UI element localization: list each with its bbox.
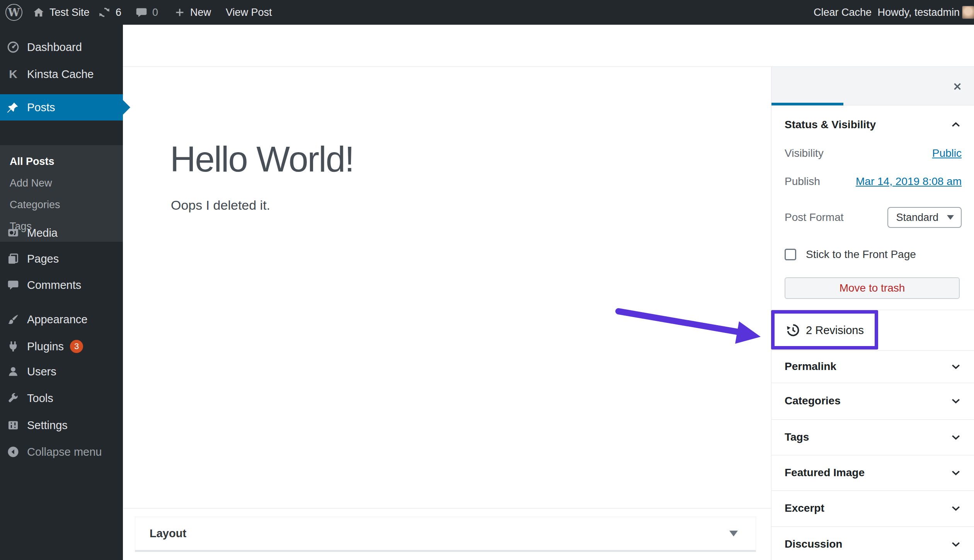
plus-icon — [174, 7, 186, 18]
sidebar-item-tools[interactable]: Tools — [0, 385, 123, 411]
appearance-brush-icon — [6, 313, 20, 326]
dropdown-triangle-icon — [729, 531, 738, 536]
comments-icon — [6, 279, 20, 291]
sidebar-item-settings[interactable]: Settings — [0, 412, 123, 438]
chevron-down-icon — [950, 395, 962, 407]
post-format-label: Post Format — [785, 211, 843, 224]
admin-sidebar: Dashboard K Kinsta Cache Posts All Posts… — [0, 25, 123, 560]
chevron-down-icon — [950, 361, 962, 372]
visibility-label: Visibility — [785, 147, 824, 160]
comment-bubble-icon — [135, 6, 148, 19]
pushpin-icon — [6, 101, 20, 114]
sidebar-item-appearance[interactable]: Appearance — [0, 306, 123, 333]
new-label: New — [190, 7, 211, 19]
publish-label: Publish — [785, 175, 820, 188]
inspector-header — [771, 67, 974, 105]
sidebar-item-plugins[interactable]: Plugins 3 — [0, 333, 123, 360]
sidebar-item-posts[interactable]: Posts — [0, 94, 123, 120]
user-avatar-image — [962, 6, 974, 19]
sidebar-item-media[interactable]: Media — [0, 220, 123, 246]
panel-featured-image[interactable]: Featured Image — [771, 459, 974, 486]
move-to-trash-button[interactable]: Move to trash — [785, 277, 960, 299]
post-format-select[interactable]: Standard — [887, 207, 962, 228]
close-icon — [952, 81, 963, 92]
plugins-update-badge: 3 — [70, 340, 83, 353]
sidebar-item-label: Dashboard — [27, 41, 82, 54]
site-name-menu[interactable]: Test Site — [32, 0, 90, 25]
annotation-arrow — [611, 301, 777, 357]
updates-icon — [98, 6, 111, 19]
post-paragraph[interactable]: Oops I deleted it. — [171, 198, 270, 213]
admin-bar: W Test Site 6 0 New View Post Cle — [0, 0, 974, 25]
layout-panel[interactable]: Layout — [135, 517, 756, 552]
sidebar-item-label: Media — [27, 227, 58, 239]
editor-toolbar — [123, 25, 974, 67]
sidebar-item-label: Kinsta Cache — [27, 68, 94, 81]
new-content-menu[interactable]: New — [174, 0, 211, 25]
wordpress-editor-screen: W Test Site 6 0 New View Post Cle — [0, 0, 974, 560]
home-icon — [32, 6, 45, 19]
visibility-row: Visibility Public — [771, 142, 974, 165]
visibility-value-link[interactable]: Public — [932, 147, 962, 160]
updates-menu[interactable]: 6 — [98, 0, 121, 25]
howdy-label: Howdy, testadmin — [877, 7, 960, 19]
publish-date-link[interactable]: Mar 14, 2019 8:08 am — [856, 175, 962, 188]
submenu-item-all-posts[interactable]: All Posts — [0, 151, 123, 172]
submenu-item-categories[interactable]: Categories — [0, 194, 123, 216]
content-divider — [123, 508, 771, 509]
chevron-down-icon — [950, 538, 962, 550]
updates-count: 6 — [116, 7, 121, 19]
collapse-menu-label: Collapse menu — [27, 446, 102, 458]
pages-icon — [6, 252, 20, 265]
kinsta-icon: K — [6, 68, 20, 81]
current-menu-arrow — [123, 100, 130, 115]
panel-separator — [771, 419, 974, 420]
panel-separator — [771, 350, 974, 351]
sidebar-item-label: Users — [27, 365, 56, 378]
publish-row: Publish Mar 14, 2019 8:08 am — [771, 170, 974, 193]
account-menu[interactable]: Howdy, testadmin — [877, 0, 960, 25]
chevron-down-icon — [950, 431, 962, 443]
wordpress-logo-menu[interactable]: W — [5, 0, 22, 25]
post-format-value: Standard — [896, 212, 938, 224]
plugin-icon — [6, 340, 20, 353]
view-post-menu[interactable]: View Post — [226, 0, 272, 25]
settings-sliders-icon — [6, 419, 20, 432]
panel-excerpt[interactable]: Excerpt — [771, 495, 974, 522]
status-visibility-header[interactable]: Status & Visibility — [771, 111, 974, 138]
clear-cache-menu[interactable]: Clear Cache — [814, 0, 872, 25]
media-icon — [6, 226, 20, 239]
sidebar-item-label: Comments — [27, 279, 81, 292]
sidebar-item-comments[interactable]: Comments — [0, 272, 123, 298]
sidebar-item-pages[interactable]: Pages — [0, 246, 123, 272]
panel-permalink[interactable]: Permalink — [771, 353, 974, 380]
collapse-menu-button[interactable]: Collapse menu — [0, 439, 123, 465]
submenu-item-add-new[interactable]: Add New — [0, 172, 123, 194]
layout-panel-label: Layout — [150, 527, 186, 540]
site-name-label: Test Site — [49, 7, 90, 19]
sidebar-item-label: Posts — [27, 101, 55, 114]
chevron-down-icon — [950, 502, 962, 514]
avatar[interactable] — [962, 0, 974, 25]
panel-categories[interactable]: Categories — [771, 387, 974, 414]
panel-separator — [771, 526, 974, 527]
sidebar-item-dashboard[interactable]: Dashboard — [0, 34, 123, 60]
sticky-label: Stick to the Front Page — [806, 248, 916, 261]
sidebar-item-label: Tools — [27, 392, 53, 405]
annotation-highlight-box — [771, 310, 878, 350]
panel-title: Status & Visibility — [785, 119, 876, 131]
sticky-checkbox[interactable] — [785, 249, 796, 260]
panel-tags[interactable]: Tags — [771, 424, 974, 451]
wordpress-logo-icon: W — [5, 4, 22, 21]
close-sidebar-button[interactable] — [952, 81, 963, 94]
view-post-label: View Post — [226, 7, 272, 19]
comments-menu[interactable]: 0 — [135, 0, 158, 25]
sidebar-item-kinsta-cache[interactable]: K Kinsta Cache — [0, 61, 123, 87]
sidebar-item-users[interactable]: Users — [0, 358, 123, 385]
panel-discussion[interactable]: Discussion — [771, 531, 974, 558]
comments-count: 0 — [152, 7, 158, 19]
post-title[interactable]: Hello World! — [170, 139, 354, 180]
sidebar-item-label: Appearance — [27, 313, 87, 326]
select-arrow-icon — [947, 215, 954, 220]
user-icon — [6, 365, 20, 378]
